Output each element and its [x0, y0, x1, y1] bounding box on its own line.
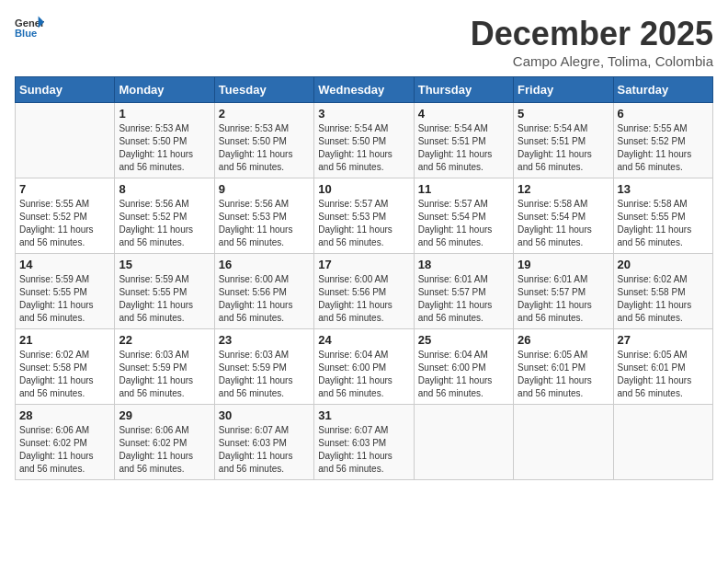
calendar-day-cell: 27Sunrise: 6:05 AMSunset: 6:01 PMDayligh…	[613, 329, 712, 405]
day-info: Sunrise: 6:04 AMSunset: 6:00 PMDaylight:…	[318, 349, 409, 400]
day-info: Sunrise: 6:00 AMSunset: 5:56 PMDaylight:…	[219, 273, 310, 325]
day-number: 5	[518, 107, 609, 121]
dow-cell: Wednesday	[314, 77, 414, 103]
day-number: 29	[119, 408, 210, 422]
calendar-day-cell: 17Sunrise: 6:00 AMSunset: 5:56 PMDayligh…	[314, 254, 414, 329]
day-number: 20	[618, 258, 709, 271]
day-number: 24	[318, 333, 409, 347]
day-number: 30	[219, 408, 310, 422]
calendar-week-row: 14Sunrise: 5:59 AMSunset: 5:55 PMDayligh…	[16, 254, 713, 329]
calendar-week-row: 1Sunrise: 5:53 AMSunset: 5:50 PMDaylight…	[16, 103, 713, 178]
calendar-day-cell: 28Sunrise: 6:06 AMSunset: 6:02 PMDayligh…	[16, 405, 115, 480]
dow-cell: Friday	[514, 77, 613, 103]
day-info: Sunrise: 5:56 AMSunset: 5:52 PMDaylight:…	[119, 198, 210, 249]
day-info: Sunrise: 6:03 AMSunset: 5:59 PMDaylight:…	[119, 349, 210, 400]
day-info: Sunrise: 6:01 AMSunset: 5:57 PMDaylight:…	[418, 273, 509, 325]
day-info: Sunrise: 6:07 AMSunset: 6:03 PMDaylight:…	[219, 424, 310, 476]
day-number: 1	[119, 107, 210, 121]
location-subtitle: Campo Alegre, Tolima, Colombia	[471, 53, 713, 69]
day-info: Sunrise: 5:56 AMSunset: 5:53 PMDaylight:…	[219, 198, 310, 249]
day-number: 15	[119, 258, 210, 271]
day-info: Sunrise: 6:02 AMSunset: 5:58 PMDaylight:…	[19, 349, 110, 400]
day-number: 11	[418, 182, 509, 196]
calendar-day-cell: 12Sunrise: 5:58 AMSunset: 5:54 PMDayligh…	[514, 178, 613, 254]
logo: General Blue	[15, 15, 46, 40]
dow-cell: Tuesday	[214, 77, 313, 103]
calendar-week-row: 7Sunrise: 5:55 AMSunset: 5:52 PMDaylight…	[16, 178, 713, 254]
day-info: Sunrise: 6:05 AMSunset: 6:01 PMDaylight:…	[618, 349, 709, 400]
calendar-table: SundayMondayTuesdayWednesdayThursdayFrid…	[15, 76, 713, 480]
day-info: Sunrise: 5:58 AMSunset: 5:55 PMDaylight:…	[618, 198, 709, 249]
day-info: Sunrise: 5:55 AMSunset: 5:52 PMDaylight:…	[618, 122, 709, 174]
day-number: 12	[518, 182, 609, 196]
calendar-day-cell: 26Sunrise: 6:05 AMSunset: 6:01 PMDayligh…	[514, 329, 613, 405]
day-number: 19	[518, 258, 609, 271]
calendar-day-cell	[613, 405, 712, 480]
day-info: Sunrise: 5:53 AMSunset: 5:50 PMDaylight:…	[219, 122, 310, 174]
calendar-week-row: 21Sunrise: 6:02 AMSunset: 5:58 PMDayligh…	[16, 329, 713, 405]
calendar-day-cell: 20Sunrise: 6:02 AMSunset: 5:58 PMDayligh…	[613, 254, 712, 329]
day-number: 16	[219, 258, 310, 271]
calendar-day-cell: 3Sunrise: 5:54 AMSunset: 5:50 PMDaylight…	[314, 103, 414, 178]
dow-cell: Saturday	[613, 77, 712, 103]
day-number: 23	[219, 333, 310, 347]
calendar-week-row: 28Sunrise: 6:06 AMSunset: 6:02 PMDayligh…	[16, 405, 713, 480]
calendar-day-cell	[16, 103, 115, 178]
day-info: Sunrise: 5:53 AMSunset: 5:50 PMDaylight:…	[119, 122, 210, 174]
header: General Blue December 2025 Campo Alegre,…	[15, 15, 713, 69]
calendar-day-cell: 9Sunrise: 5:56 AMSunset: 5:53 PMDaylight…	[214, 178, 313, 254]
calendar-day-cell: 13Sunrise: 5:58 AMSunset: 5:55 PMDayligh…	[613, 178, 712, 254]
calendar-day-cell: 29Sunrise: 6:06 AMSunset: 6:02 PMDayligh…	[115, 405, 214, 480]
day-number: 17	[318, 258, 409, 271]
day-info: Sunrise: 5:55 AMSunset: 5:52 PMDaylight:…	[19, 198, 110, 249]
title-area: December 2025 Campo Alegre, Tolima, Colo…	[471, 15, 713, 69]
calendar-day-cell: 1Sunrise: 5:53 AMSunset: 5:50 PMDaylight…	[115, 103, 214, 178]
day-number: 10	[318, 182, 409, 196]
calendar-day-cell: 18Sunrise: 6:01 AMSunset: 5:57 PMDayligh…	[414, 254, 513, 329]
calendar-day-cell: 6Sunrise: 5:55 AMSunset: 5:52 PMDaylight…	[613, 103, 712, 178]
calendar-day-cell: 22Sunrise: 6:03 AMSunset: 5:59 PMDayligh…	[115, 329, 214, 405]
calendar-day-cell: 16Sunrise: 6:00 AMSunset: 5:56 PMDayligh…	[214, 254, 313, 329]
day-number: 7	[19, 182, 110, 196]
dow-cell: Monday	[115, 77, 214, 103]
day-number: 27	[618, 333, 709, 347]
day-info: Sunrise: 5:54 AMSunset: 5:50 PMDaylight:…	[318, 122, 409, 174]
calendar-day-cell: 24Sunrise: 6:04 AMSunset: 6:00 PMDayligh…	[314, 329, 414, 405]
dow-cell: Sunday	[16, 77, 115, 103]
day-info: Sunrise: 6:00 AMSunset: 5:56 PMDaylight:…	[318, 273, 409, 325]
calendar-day-cell	[414, 405, 513, 480]
calendar-day-cell: 11Sunrise: 5:57 AMSunset: 5:54 PMDayligh…	[414, 178, 513, 254]
calendar-day-cell: 15Sunrise: 5:59 AMSunset: 5:55 PMDayligh…	[115, 254, 214, 329]
calendar-day-cell: 25Sunrise: 6:04 AMSunset: 6:00 PMDayligh…	[414, 329, 513, 405]
day-info: Sunrise: 5:57 AMSunset: 5:54 PMDaylight:…	[418, 198, 509, 249]
calendar-day-cell: 8Sunrise: 5:56 AMSunset: 5:52 PMDaylight…	[115, 178, 214, 254]
day-number: 14	[19, 258, 110, 271]
calendar-day-cell: 23Sunrise: 6:03 AMSunset: 5:59 PMDayligh…	[214, 329, 313, 405]
calendar-day-cell: 30Sunrise: 6:07 AMSunset: 6:03 PMDayligh…	[214, 405, 313, 480]
month-title: December 2025	[471, 15, 713, 53]
calendar-day-cell: 4Sunrise: 5:54 AMSunset: 5:51 PMDaylight…	[414, 103, 513, 178]
day-info: Sunrise: 5:58 AMSunset: 5:54 PMDaylight:…	[518, 198, 609, 249]
day-number: 31	[318, 408, 409, 422]
day-info: Sunrise: 6:03 AMSunset: 5:59 PMDaylight:…	[219, 349, 310, 400]
day-number: 21	[19, 333, 110, 347]
calendar-day-cell	[514, 405, 613, 480]
day-info: Sunrise: 6:06 AMSunset: 6:02 PMDaylight:…	[19, 424, 110, 476]
day-info: Sunrise: 5:59 AMSunset: 5:55 PMDaylight:…	[119, 273, 210, 325]
day-number: 6	[618, 107, 709, 121]
dow-cell: Thursday	[414, 77, 513, 103]
calendar-body: 1Sunrise: 5:53 AMSunset: 5:50 PMDaylight…	[16, 103, 713, 480]
day-number: 2	[219, 107, 310, 121]
day-info: Sunrise: 5:54 AMSunset: 5:51 PMDaylight:…	[518, 122, 609, 174]
svg-text:Blue: Blue	[15, 28, 37, 39]
day-number: 13	[618, 182, 709, 196]
day-number: 26	[518, 333, 609, 347]
logo-icon: General Blue	[15, 15, 44, 40]
days-of-week-header: SundayMondayTuesdayWednesdayThursdayFrid…	[16, 77, 713, 103]
day-number: 28	[19, 408, 110, 422]
day-number: 4	[418, 107, 509, 121]
calendar-day-cell: 2Sunrise: 5:53 AMSunset: 5:50 PMDaylight…	[214, 103, 313, 178]
day-number: 9	[219, 182, 310, 196]
day-info: Sunrise: 6:06 AMSunset: 6:02 PMDaylight:…	[119, 424, 210, 476]
day-number: 25	[418, 333, 509, 347]
